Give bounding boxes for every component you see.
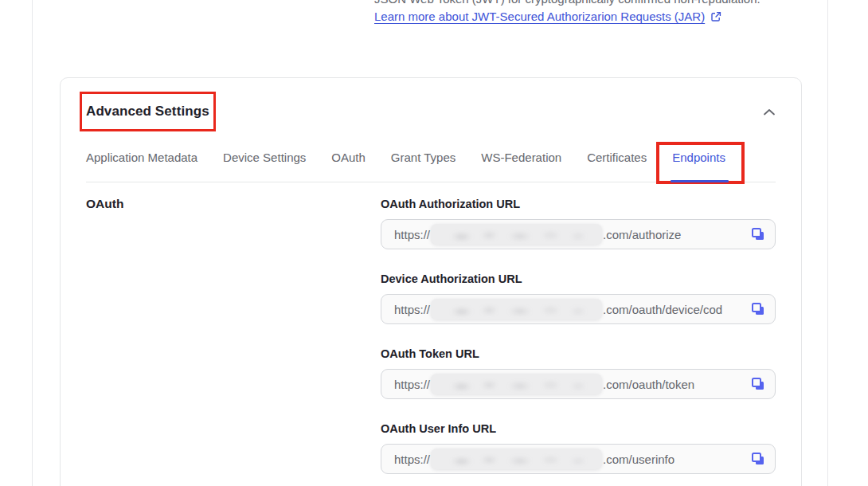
endpoint-field-label: OAuth User Info URL [381,421,776,436]
collapse-section-button[interactable] [763,108,776,116]
endpoint-url-input[interactable]: https:// .com/authorize [381,219,776,249]
tab-bar: Application Metadata Device Settings OAu… [86,150,776,182]
copy-url-button[interactable] [751,302,765,316]
endpoint-field-label: OAuth Authorization URL [381,197,776,211]
tab-label: OAuth [331,151,366,164]
tab[interactable]: Application Metadata [86,150,197,182]
redacted-url-segment [431,299,602,319]
endpoint-url-input[interactable]: https:// .com/userinfo [381,444,776,474]
tab-label: Grant Types [391,151,456,164]
card-title: Advanced Settings [86,102,209,121]
page: JSON Web Token (JWT) for cryptographical… [0,0,868,486]
url-prefix: https:// [394,378,430,391]
tab[interactable]: Certificates [587,150,647,182]
endpoint-field: OAuth Token URL https:// .com/oauth/toke… [381,347,776,399]
url-suffix: .com/oauth/device/cod [603,303,722,316]
url-suffix: .com/userinfo [603,453,674,466]
intro-description-clipped: JSON Web Token (JWT) for cryptographical… [374,0,760,6]
chevron-up-icon [763,107,776,119]
endpoint-field-label: OAuth Token URL [381,347,776,361]
container-left-border [32,0,33,486]
endpoint-fields: OAuth Authorization URL https:// .com/au… [381,197,776,474]
container-right-border [827,0,828,486]
tab[interactable]: OAuth [331,150,366,182]
jar-learn-more-link[interactable]: Learn more about JWT-Secured Authorizari… [374,10,721,23]
tab[interactable]: WS-Federation [481,150,561,182]
copy-url-button[interactable] [751,227,765,241]
copy-icon [751,457,765,468]
url-suffix: .com/oauth/token [603,378,694,391]
tab-label: Application Metadata [86,151,197,164]
card-header: Advanced Settings [86,102,776,121]
copy-url-button[interactable] [751,452,765,466]
tab-label: Device Settings [223,151,306,164]
tab-label: Endpoints [672,151,725,164]
endpoint-url-input[interactable]: https:// .com/oauth/device/cod [381,294,776,324]
endpoint-field: OAuth User Info URL https:// .com/userin… [381,421,776,474]
redacted-url-segment [431,449,602,469]
tab[interactable]: Endpoints [672,150,725,182]
copy-icon [751,382,765,394]
tab[interactable]: Device Settings [223,150,306,182]
tab-label: WS-Federation [481,151,561,164]
endpoint-field: OAuth Authorization URL https:// .com/au… [381,197,776,249]
jar-learn-more-link-label: Learn more about JWT-Secured Authorizari… [374,10,705,23]
endpoints-tab-content: OAuth OAuth Authorization URL https:// .… [86,182,776,474]
url-suffix: .com/authorize [603,228,681,241]
redacted-url-segment [431,224,602,245]
external-link-icon [710,11,721,22]
url-prefix: https:// [394,303,430,316]
endpoint-field: Device Authorization URL https:// .com/o… [381,272,776,324]
oauth-section-heading: OAuth [86,197,381,211]
url-prefix: https:// [394,453,430,466]
copy-icon [751,307,765,319]
redacted-url-segment [431,374,602,394]
tab[interactable]: Grant Types [391,150,456,182]
copy-url-button[interactable] [751,377,765,391]
endpoint-url-input[interactable]: https:// .com/oauth/token [381,369,776,399]
advanced-settings-card: Advanced Settings Application Metadata [60,77,802,486]
endpoint-field-label: Device Authorization URL [381,272,776,286]
tab-label: Certificates [587,151,647,164]
url-prefix: https:// [394,228,430,241]
copy-icon [751,232,765,244]
